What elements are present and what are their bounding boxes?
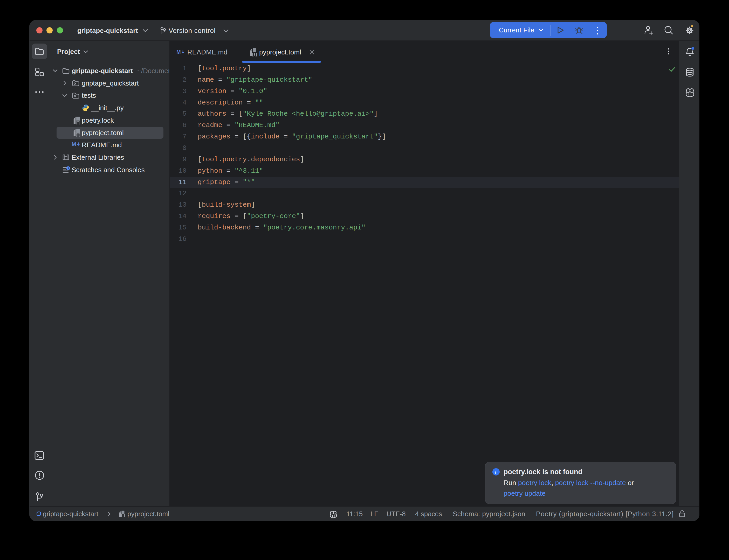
svg-text:M: M bbox=[176, 50, 181, 54]
svg-text:M: M bbox=[72, 142, 76, 147]
